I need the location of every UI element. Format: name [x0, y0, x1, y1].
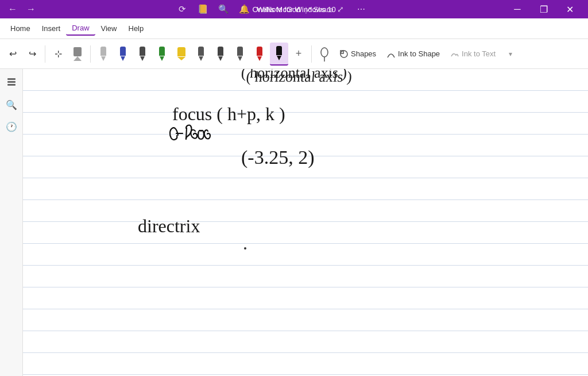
menu-help[interactable]: Help — [123, 22, 150, 35]
word-focus — [170, 125, 210, 140]
eraser-button[interactable] — [68, 43, 87, 66]
pen-10-active[interactable] — [270, 43, 288, 66]
more-options-icon[interactable]: ⋯ — [353, 1, 369, 17]
menu-bar: Home Insert Draw View Help — [0, 18, 588, 39]
sync-icon[interactable]: ⟳ — [174, 1, 190, 17]
window-controls: ─ ❐ ✕ — [504, 0, 583, 18]
pen-6[interactable] — [192, 43, 210, 66]
touch-drawing-button[interactable] — [315, 43, 334, 66]
sidebar: 🔍 🕐 — [0, 69, 23, 376]
pen-3[interactable] — [133, 43, 152, 66]
bell-icon[interactable]: 🔔 — [236, 1, 252, 17]
sidebar-pages-button[interactable] — [2, 74, 21, 92]
svg-rect-0 — [74, 47, 82, 56]
menu-draw[interactable]: Draw — [66, 21, 95, 36]
menu-home[interactable]: Home — [5, 22, 36, 35]
pen-8[interactable] — [231, 43, 249, 66]
ink-to-shape-icon — [386, 49, 396, 59]
sidebar-history-button[interactable]: 🕐 — [2, 117, 21, 136]
svg-rect-6 — [7, 78, 16, 80]
svg-text:( horizontal axis ): ( horizontal axis ) — [246, 69, 353, 85]
svg-point-2 — [321, 48, 328, 57]
redo-button[interactable]: ↪ — [23, 43, 41, 66]
expand-icon[interactable]: ⤢ — [332, 1, 349, 17]
shapes-icon — [339, 49, 349, 59]
separator-3 — [311, 45, 312, 63]
svg-rect-8 — [7, 84, 16, 86]
svg-point-4 — [341, 51, 347, 57]
shapes-button[interactable]: Shapes — [335, 47, 381, 61]
lasso-select-button[interactable]: ⊹ — [49, 43, 67, 66]
handwriting-canvas[interactable]: ( horizontal axis ) — [23, 69, 588, 376]
pen-1[interactable] — [94, 43, 113, 66]
menu-insert[interactable]: Insert — [36, 22, 67, 35]
title-bar: ← → OneNote for Windows 10 ⟳ 📒 🔍 🔔 Willi… — [0, 0, 588, 18]
pen-9[interactable] — [250, 43, 269, 66]
ink-to-text-dropdown[interactable]: ▾ — [501, 43, 520, 66]
share-button[interactable]: ↗Share — [312, 1, 328, 17]
svg-marker-1 — [74, 56, 82, 61]
forward-button[interactable]: → — [23, 1, 39, 17]
ink-to-text-button[interactable]: Ink to Text — [446, 47, 500, 61]
nav-buttons: ← → — [5, 1, 39, 17]
pen-4[interactable] — [153, 43, 171, 66]
ink-to-shape-button[interactable]: Ink to Shape — [382, 47, 444, 61]
toolbar: ↩ ↪ ⊹ — [0, 39, 588, 69]
main-content[interactable]: ( horizontal axis ) ( horizontal ax — [23, 69, 588, 376]
separator-2 — [90, 45, 91, 63]
search-icon-titlebar[interactable]: 🔍 — [215, 1, 231, 17]
lined-paper[interactable]: ( horizontal axis ) ( horizontal ax — [23, 69, 588, 376]
sidebar-search-button[interactable]: 🔍 — [2, 95, 21, 114]
ink-to-shape-label: Ink to Shape — [398, 49, 440, 58]
pen-5-highlighter[interactable] — [172, 43, 191, 66]
minimize-button[interactable]: ─ — [504, 0, 531, 18]
back-button[interactable]: ← — [5, 1, 21, 17]
pen-2[interactable] — [114, 43, 132, 66]
ink-to-text-label: Ink to Text — [462, 49, 496, 58]
svg-rect-5 — [341, 51, 343, 53]
separator-1 — [45, 45, 45, 63]
close-button[interactable]: ✕ — [557, 0, 583, 18]
undo-button[interactable]: ↩ — [3, 43, 22, 66]
menu-view[interactable]: View — [95, 22, 123, 35]
add-pen-button[interactable]: + — [289, 43, 308, 66]
notebook-icon[interactable]: 📒 — [195, 1, 211, 17]
ink-to-text-icon — [450, 49, 459, 59]
maximize-button[interactable]: ❐ — [531, 0, 557, 18]
pen-7[interactable] — [211, 43, 230, 66]
svg-rect-7 — [7, 81, 16, 83]
shapes-label: Shapes — [351, 49, 376, 58]
